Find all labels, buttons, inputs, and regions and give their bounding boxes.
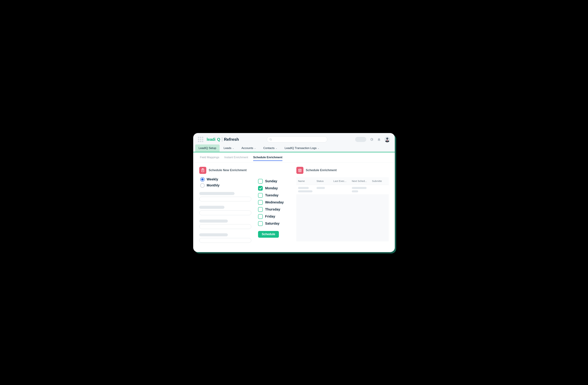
- placeholder-input[interactable]: [199, 238, 251, 243]
- checkbox-friday[interactable]: Friday: [258, 214, 284, 219]
- section-head: Schedule Enrichment: [296, 167, 389, 174]
- main-nav: LeadIQ Setup Leads ⌄ Accounts ⌄ Contacts…: [193, 144, 395, 152]
- checkbox-box: [258, 186, 263, 191]
- svg-rect-6: [202, 169, 203, 169]
- radio-label: Monthly: [207, 183, 220, 187]
- placeholder-label: [199, 233, 228, 236]
- bell-icon[interactable]: [377, 137, 381, 142]
- placeholder-input[interactable]: [199, 197, 251, 202]
- brand-leadi: leadi: [207, 137, 215, 142]
- placeholder-input[interactable]: [199, 224, 251, 229]
- nav-leadiq-setup[interactable]: LeadIQ Setup: [195, 144, 220, 152]
- brand-divider: [222, 137, 222, 142]
- content: Field Mappings Instant Enrichment Schedu…: [193, 152, 395, 252]
- placeholder-label: [199, 220, 228, 223]
- search-icon: [269, 138, 272, 141]
- checkbox-box: [258, 193, 263, 198]
- chevron-down-icon: ⌄: [254, 147, 256, 149]
- gear-icon[interactable]: [370, 137, 374, 142]
- placeholder-label: [199, 206, 224, 209]
- checkbox-label: Saturday: [265, 222, 280, 225]
- tab-schedule-enrichment[interactable]: Schedule Enrichment: [253, 156, 282, 161]
- checkbox-box: [258, 200, 263, 205]
- placeholder-field-4: [199, 233, 251, 243]
- checkbox-box: [258, 214, 263, 219]
- cell-next-sched: [352, 187, 372, 192]
- checkbox-sunday[interactable]: Sunday: [258, 179, 284, 183]
- placeholder-field-3: [199, 220, 251, 229]
- subtabs: Field Mappings Instant Enrichment Schedu…: [193, 152, 395, 163]
- checkbox-thursday[interactable]: Thursday: [258, 207, 284, 212]
- schedule-new-panel: Schedule New Enrichment Weekly Monthly: [199, 167, 290, 247]
- checkbox-box: [258, 221, 263, 226]
- columns: Schedule New Enrichment Weekly Monthly: [193, 163, 395, 252]
- topbar: leadiQ Refresh: [193, 133, 395, 144]
- radio-label: Weekly: [207, 177, 218, 181]
- section-title: Schedule New Enrichment: [209, 168, 247, 172]
- chevron-down-icon: ⌄: [275, 147, 277, 149]
- avatar[interactable]: [384, 137, 390, 142]
- section-title: Schedule Enrichment: [306, 168, 337, 172]
- nav-label: Contacts: [263, 146, 274, 150]
- avatar-icon: [384, 137, 390, 142]
- checkbox-tuesday[interactable]: Tuesday: [258, 193, 284, 198]
- nav-transaction-logs[interactable]: LeadIQ Transaction Logs ⌄: [281, 144, 323, 152]
- checkbox-wednesday[interactable]: Wednesday: [258, 200, 284, 205]
- chevron-down-icon: ⌄: [232, 147, 234, 149]
- tab-instant-enrichment[interactable]: Instant Enrichment: [224, 156, 248, 161]
- search-input[interactable]: [267, 136, 327, 142]
- frequency-radios: Weekly Monthly: [199, 177, 251, 188]
- clipboard-plus-icon: [199, 167, 206, 174]
- placeholder-field-1: [199, 192, 251, 202]
- app-window: leadiQ Refresh: [193, 133, 395, 252]
- day-checkboxes: Sunday Monday Tuesday: [258, 177, 284, 247]
- col-submitted[interactable]: Submitte: [372, 180, 387, 182]
- placeholder-input[interactable]: [199, 210, 251, 215]
- nav-accounts[interactable]: Accounts ⌄: [238, 144, 259, 152]
- checkbox-box: [258, 207, 263, 212]
- nav-contacts[interactable]: Contacts ⌄: [260, 144, 281, 152]
- tab-field-mappings[interactable]: Field Mappings: [200, 156, 219, 161]
- radio-monthly[interactable]: Monthly: [200, 183, 251, 188]
- brand-product: Refresh: [224, 137, 239, 142]
- checkbox-saturday[interactable]: Saturday: [258, 221, 284, 226]
- radio-ring: [200, 177, 205, 182]
- placeholder-field-2: [199, 206, 251, 215]
- brand-q: Q: [217, 137, 220, 142]
- checkbox-monday[interactable]: Monday: [258, 186, 284, 191]
- svg-line-1: [271, 140, 272, 141]
- nav-label: LeadIQ Transaction Logs: [285, 146, 316, 150]
- chevron-down-icon: ⌄: [317, 147, 319, 149]
- svg-point-2: [386, 138, 388, 140]
- checkbox-label: Thursday: [265, 207, 280, 211]
- nav-label: Leads: [224, 146, 231, 150]
- placeholder-label: [199, 192, 234, 195]
- header-right-icons: [370, 137, 390, 142]
- col-last-exec[interactable]: Last Exec...: [333, 180, 352, 182]
- nav-leads[interactable]: Leads ⌄: [220, 144, 237, 152]
- col-next-sched[interactable]: Next Sched...: [352, 180, 372, 182]
- cell-status: [316, 187, 333, 189]
- checkbox-label: Monday: [265, 186, 278, 190]
- checkbox-label: Sunday: [265, 179, 277, 183]
- calendar-list-icon: [296, 167, 303, 174]
- checkbox-label: Friday: [265, 215, 275, 218]
- app-launcher-icon[interactable]: [198, 137, 203, 142]
- header-pill-button[interactable]: [355, 137, 366, 142]
- checkbox-label: Tuesday: [265, 193, 278, 197]
- check-icon: [259, 187, 262, 190]
- table-row[interactable]: [296, 185, 389, 194]
- brand: leadiQ Refresh: [207, 137, 239, 142]
- radio-ring: [200, 183, 205, 188]
- form-row: Weekly Monthly: [199, 177, 290, 247]
- col-name[interactable]: Name: [298, 180, 316, 182]
- col-status[interactable]: Status: [316, 180, 333, 182]
- schedule-button[interactable]: Schedule: [258, 231, 279, 238]
- checkbox-label: Wednesday: [265, 200, 284, 204]
- svg-point-0: [270, 138, 271, 140]
- table-header: Name Status Last Exec... Next Sched... S…: [296, 177, 389, 185]
- radio-weekly[interactable]: Weekly: [200, 177, 251, 182]
- search-wrap: [242, 136, 352, 142]
- section-head: Schedule New Enrichment: [199, 167, 290, 174]
- schedule-list-panel: Schedule Enrichment Name Status Last Exe…: [296, 167, 389, 247]
